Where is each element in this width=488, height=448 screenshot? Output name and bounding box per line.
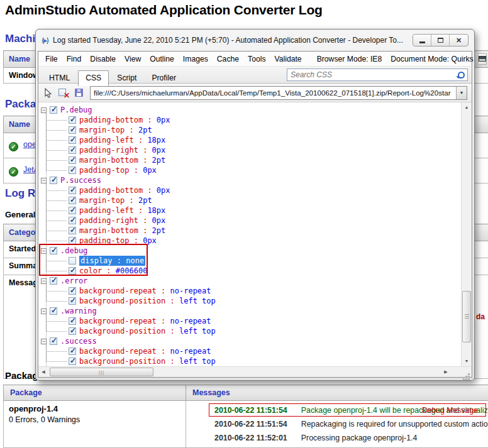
message-line: 2010-06-22 11:51:54Repackaging is requir…: [214, 417, 488, 431]
maximize-button[interactable]: [431, 35, 450, 46]
css-rule-selector-row[interactable]: −P.success: [41, 175, 461, 185]
horizontal-scrollbar[interactable]: ◀ ||| ▶: [38, 366, 472, 377]
css-property-row[interactable]: margin-top : 2pt: [41, 195, 461, 205]
url-dropdown-button[interactable]: ▼: [456, 87, 467, 99]
property-checkbox[interactable]: [69, 287, 76, 295]
menu-item-view[interactable]: View: [120, 53, 145, 65]
css-property-row[interactable]: margin-top : 2pt: [41, 125, 461, 135]
menu-item-file[interactable]: File: [41, 53, 62, 65]
css-property-row[interactable]: padding-right : 0px: [41, 145, 461, 155]
css-property-row[interactable]: padding-right : 0px: [41, 216, 461, 226]
property-text: background-position : left top: [79, 327, 216, 336]
property-checkbox[interactable]: [69, 116, 76, 124]
tab-html[interactable]: HTML: [42, 71, 77, 85]
search-input[interactable]: [291, 70, 457, 79]
css-rule-selector-row[interactable]: −P.debug: [41, 105, 461, 115]
collapse-expander-icon[interactable]: −: [41, 309, 47, 314]
menu-item-document-mode[interactable]: Document Mode: Quirks: [386, 53, 477, 65]
toolbar: ✕ file:///C:/Users/michaelurman/AppData/…: [38, 84, 472, 102]
property-checkbox[interactable]: [69, 126, 76, 134]
css-property-row[interactable]: padding-bottom : 0px: [41, 115, 461, 125]
css-property-row[interactable]: padding-top : 0px: [41, 165, 461, 175]
clear-browser-cache-button[interactable]: ✕: [58, 88, 69, 98]
property-checkbox[interactable]: [69, 347, 76, 355]
property-checkbox[interactable]: [69, 257, 76, 265]
property-checkbox[interactable]: [69, 227, 76, 234]
property-checkbox[interactable]: [69, 358, 76, 365]
css-property-row[interactable]: margin-bottom : 2pt: [41, 226, 461, 236]
scroll-down-button[interactable]: ▼: [462, 356, 472, 366]
select-element-button[interactable]: [43, 88, 53, 98]
css-property-row[interactable]: background-repeat : no-repeat: [41, 346, 461, 356]
collapse-expander-icon[interactable]: −: [41, 339, 47, 344]
collapse-expander-icon[interactable]: −: [41, 248, 47, 254]
css-property-row[interactable]: background-position : left top: [41, 296, 461, 306]
property-checkbox[interactable]: [69, 167, 76, 174]
rule-checkbox[interactable]: [50, 277, 57, 285]
horizontal-scroll-thumb[interactable]: |||: [50, 368, 153, 376]
css-property-row[interactable]: padding-left : 18px: [41, 205, 461, 216]
property-checkbox[interactable]: [69, 156, 76, 164]
vertical-scrollbar[interactable]: ▲ ☰ ▼: [461, 102, 472, 366]
property-checkbox[interactable]: [69, 187, 76, 194]
tab-script[interactable]: Script: [110, 71, 143, 85]
menu-item-validate[interactable]: Validate: [270, 53, 306, 65]
css-property-row[interactable]: background-repeat : no-repeat: [41, 286, 461, 296]
search-icon[interactable]: [457, 71, 464, 79]
css-property-row[interactable]: background-position : left top: [41, 356, 461, 366]
css-property-row[interactable]: display : none: [41, 256, 461, 266]
close-button[interactable]: ✕: [450, 35, 468, 46]
window-titlebar[interactable]: ⟨▸⟩ Log started Tuesday, June 22, 2010 5…: [36, 30, 474, 51]
collapse-expander-icon[interactable]: −: [41, 178, 47, 183]
menu-item-browser-mode[interactable]: Browser Mode: IE8: [313, 53, 387, 65]
minimize-button[interactable]: [413, 35, 431, 46]
menu-item-disable[interactable]: Disable: [86, 53, 120, 65]
property-checkbox[interactable]: [69, 207, 76, 214]
css-property-row[interactable]: padding-bottom : 0px: [41, 185, 461, 195]
css-property-row[interactable]: padding-top : 0px: [41, 236, 461, 246]
css-property-row[interactable]: background-repeat : no-repeat: [41, 316, 461, 326]
css-property-row[interactable]: padding-left : 18px: [41, 135, 461, 145]
property-checkbox[interactable]: [69, 197, 76, 204]
menu-item-images[interactable]: Images: [179, 53, 213, 65]
rule-checkbox[interactable]: [50, 337, 57, 345]
rule-checkbox[interactable]: [50, 106, 57, 114]
scroll-left-button[interactable]: ◀: [38, 367, 48, 377]
tab-css[interactable]: CSS: [78, 70, 109, 86]
css-rule-selector-row[interactable]: −.warning: [41, 306, 461, 316]
css-property-row[interactable]: color : #006600: [41, 266, 461, 276]
property-checkbox[interactable]: [69, 237, 76, 244]
save-button[interactable]: [74, 88, 84, 98]
pin-button[interactable]: [478, 53, 487, 65]
css-rule-selector-row[interactable]: −.error: [41, 276, 461, 286]
css-property-row[interactable]: background-position : left top: [41, 326, 461, 336]
menu-item-outline[interactable]: Outline: [145, 53, 179, 65]
property-checkbox[interactable]: [69, 317, 76, 325]
rule-checkbox[interactable]: [50, 247, 57, 254]
property-checkbox[interactable]: [69, 217, 76, 224]
menu-item-find[interactable]: Find: [62, 53, 86, 65]
search-box[interactable]: [287, 68, 468, 81]
scroll-up-button[interactable]: ▲: [462, 102, 472, 112]
property-text: color : #006600: [79, 266, 147, 275]
menu-item-cache[interactable]: Cache: [213, 53, 243, 65]
tab-profiler[interactable]: Profiler: [145, 71, 183, 85]
property-checkbox[interactable]: [69, 267, 76, 275]
css-rule-selector-row[interactable]: −.debug: [41, 246, 461, 256]
selector-name: .success: [60, 337, 97, 346]
collapse-expander-icon[interactable]: −: [41, 278, 47, 284]
property-checkbox[interactable]: [69, 146, 76, 154]
menu-item-tools[interactable]: Tools: [243, 53, 270, 65]
rule-checkbox[interactable]: [50, 307, 57, 315]
collapse-expander-icon[interactable]: −: [41, 107, 47, 113]
property-checkbox[interactable]: [69, 136, 76, 144]
property-checkbox[interactable]: [69, 327, 76, 335]
css-rule-selector-row[interactable]: −.success: [41, 336, 461, 346]
url-combobox[interactable]: file:///C:/Users/michaelurman/AppData/Lo…: [90, 86, 467, 100]
vertical-scroll-thumb[interactable]: ☰: [462, 291, 471, 342]
rule-checkbox[interactable]: [50, 177, 57, 184]
css-property-row[interactable]: margin-bottom : 2pt: [41, 155, 461, 165]
property-checkbox[interactable]: [69, 297, 76, 305]
resize-grip[interactable]: [468, 373, 470, 375]
scroll-right-button[interactable]: ▶: [441, 367, 451, 377]
